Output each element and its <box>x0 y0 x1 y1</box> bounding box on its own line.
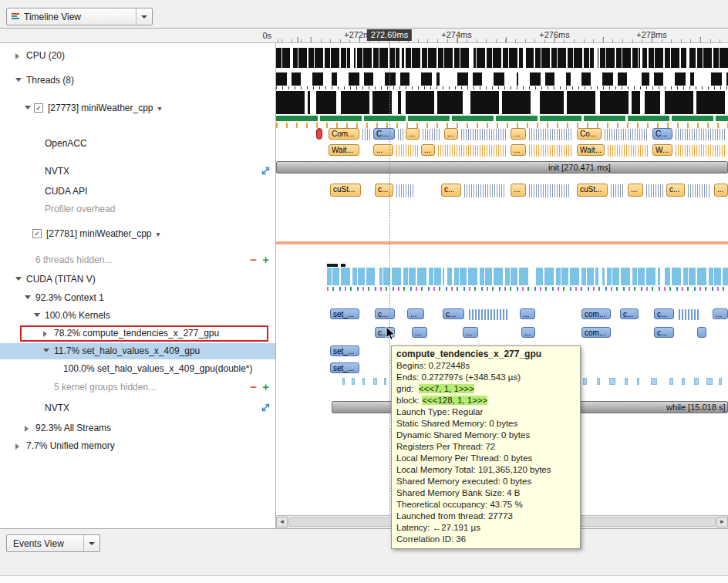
timeline-event[interactable]: c... <box>375 308 395 319</box>
show-rows-icon[interactable]: + <box>262 253 269 266</box>
timeline-event[interactable]: cuSt... <box>577 184 608 197</box>
timeline-event[interactable]: ... <box>520 308 535 319</box>
timeline-event[interactable]: c... <box>375 184 393 197</box>
tooltip-line: Registers Per Thread: 72 <box>396 441 575 453</box>
timeline-event[interactable]: ... <box>406 128 420 140</box>
timeline-event[interactable]: Wait... <box>329 144 359 156</box>
expand-track-icon[interactable] <box>261 166 271 176</box>
tree-row[interactable]: 100.0% set_halo_values_x_409_gpu(double*… <box>0 361 275 377</box>
timeline-event[interactable]: Co... <box>577 128 602 140</box>
timeline-event[interactable]: Wait... <box>577 144 605 156</box>
tree-row[interactable]: ✓[27781] miniWeather_cpp▾ <box>0 226 275 242</box>
collapse-icon[interactable] <box>34 313 40 317</box>
tree-row[interactable]: 7.7% Unified memory <box>0 438 275 454</box>
timeline-event[interactable]: C... <box>652 128 672 140</box>
tree-row-label: NVTX <box>45 166 69 177</box>
timeline-event[interactable]: set_... <box>330 362 359 373</box>
tooltip-title: compute_tendencies_x_277_gpu <box>396 349 575 359</box>
hide-rows-icon[interactable]: − <box>250 253 257 266</box>
timeline-event[interactable]: ... <box>511 144 526 156</box>
timeline-event[interactable]: ... <box>407 308 424 319</box>
timeline-event <box>384 378 386 385</box>
tree-row[interactable]: CPU (20) <box>0 48 275 64</box>
timeline-event[interactable]: ... <box>628 184 643 197</box>
timeline-event[interactable]: ... <box>511 128 526 140</box>
timeline-event[interactable]: set_... <box>330 308 359 319</box>
events-view-selector[interactable]: Events View <box>6 534 100 552</box>
timeline-event[interactable]: c... <box>620 308 639 319</box>
tree-row[interactable]: Threads (8) <box>0 72 275 89</box>
visibility-checkbox[interactable]: ✓ <box>34 103 43 113</box>
expand-icon[interactable] <box>43 331 47 337</box>
tooltip-line: block: <<<128, 1, 1>>> <box>396 395 575 406</box>
expand-icon[interactable] <box>15 53 19 59</box>
timeline-event[interactable]: ... <box>373 144 393 156</box>
tree-row[interactable]: NVTX <box>0 163 275 180</box>
scroll-left-icon[interactable]: ◄ <box>276 517 288 527</box>
timeline-event[interactable]: W... <box>652 144 672 156</box>
tree-row[interactable]: 6 threads hidden...−+ <box>0 252 275 268</box>
tree-row[interactable]: 78.2% compute_tendencies_x_277_gpu <box>0 325 275 342</box>
tree-row[interactable]: CUDA API <box>0 184 275 200</box>
track-thread27773-marker-ticks <box>276 123 728 128</box>
timeline-event[interactable]: c... <box>666 184 685 197</box>
timeline-event[interactable]: init [270.471 ms] <box>276 161 728 174</box>
tree-row[interactable]: 11.7% set_halo_values_x_409_gpu <box>0 343 275 359</box>
collapse-icon[interactable] <box>15 78 22 82</box>
timeline-event[interactable]: set_... <box>330 345 359 356</box>
timeline-event[interactable]: c... <box>654 327 674 338</box>
timeline-event[interactable]: ... <box>713 308 728 319</box>
collapse-icon[interactable] <box>43 349 49 352</box>
tree-row[interactable]: OpenACC <box>0 136 275 152</box>
tooltip-line: Launched from thread: 27773 <box>396 511 575 522</box>
timeline-event[interactable] <box>316 128 322 140</box>
tree-row[interactable]: CUDA (TITAN V) <box>0 271 275 288</box>
tooltip-line: Local Memory Total: 191,365,120 bytes <box>396 464 575 476</box>
timeline-event[interactable]: ... <box>444 128 458 140</box>
tree-row[interactable]: 92.3% Context 1 <box>0 290 275 306</box>
tree-row[interactable]: 92.3% All Streams <box>0 420 275 436</box>
timeline-event[interactable]: ... <box>421 144 435 156</box>
timeline-event[interactable]: ... <box>463 327 478 338</box>
expand-icon[interactable] <box>25 426 29 432</box>
tooltip-line: Begins: 0.272448s <box>396 360 575 372</box>
dropdown-arrow-icon[interactable] <box>83 535 99 551</box>
expand-track-icon[interactable] <box>261 403 271 413</box>
timeline-event[interactable]: com... <box>581 308 611 319</box>
timeline-event[interactable]: cuSt... <box>330 184 361 197</box>
timeline-event[interactable] <box>697 327 706 338</box>
timeline-event[interactable]: C... <box>373 128 395 140</box>
tree-row[interactable]: ✓[27773] miniWeather_cpp▾ <box>0 100 275 116</box>
timeline-event[interactable]: c... <box>441 184 461 197</box>
timeline-event[interactable]: ... <box>412 327 427 338</box>
tree-row[interactable]: 5 kernel groups hidden...−+ <box>0 379 275 396</box>
timeline-event[interactable]: c... <box>443 308 464 319</box>
timeline-event[interactable]: ... <box>521 327 535 338</box>
tree-row[interactable]: NVTX <box>0 400 275 416</box>
dropdown-arrow-icon[interactable] <box>136 8 152 25</box>
timeline-event[interactable]: ... <box>714 184 728 197</box>
tree-row[interactable]: Profiler overhead <box>0 201 275 217</box>
timeline-event <box>373 378 377 385</box>
timeline-event[interactable]: ... <box>511 184 526 197</box>
expand-icon[interactable] <box>15 443 19 450</box>
timeline-view-selector[interactable]: Timeline View <box>6 8 153 25</box>
collapse-icon[interactable] <box>25 106 31 110</box>
tree-row[interactable]: 100.0% Kernels <box>0 308 275 324</box>
thread27773-openacc-band-pattern <box>276 116 728 121</box>
timeline-event[interactable]: Com... <box>329 128 359 140</box>
track-gpu-dashes <box>276 264 728 267</box>
row-options-icon[interactable]: ▾ <box>158 104 162 113</box>
timeline-event[interactable]: c... <box>654 308 674 319</box>
timeline-event[interactable]: com... <box>581 327 611 338</box>
show-rows-icon[interactable]: + <box>262 380 269 393</box>
timeline-event <box>341 264 345 267</box>
timeline-ruler[interactable]: 272.69ms +272ms+274ms+276ms+278ms <box>276 29 728 43</box>
row-options-icon[interactable]: ▾ <box>157 230 160 238</box>
scroll-right-icon[interactable]: ► <box>716 517 728 527</box>
collapse-icon[interactable] <box>25 295 31 299</box>
activity-gap <box>571 72 577 86</box>
visibility-checkbox[interactable]: ✓ <box>32 229 42 238</box>
collapse-icon[interactable] <box>15 277 22 281</box>
hide-rows-icon[interactable]: − <box>250 380 257 393</box>
